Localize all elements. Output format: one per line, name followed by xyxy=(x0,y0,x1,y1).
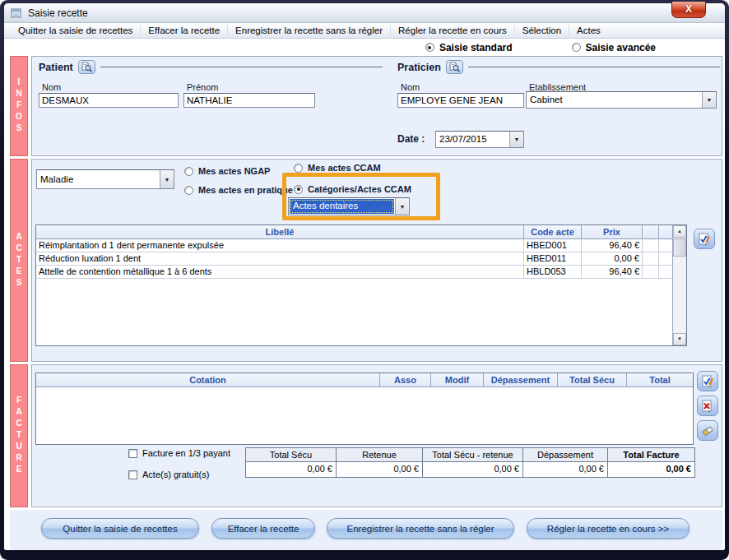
actes-table-header: Libellé Code acte Prix xyxy=(36,225,672,239)
cell-prix: 96,40 € xyxy=(582,266,643,279)
totals-value-secu-retenue: 0,00 € xyxy=(423,462,523,477)
facture-table-header: Cotation Asso Modif Dépassement Total Sé… xyxy=(36,373,693,387)
cell-code: HBLD053 xyxy=(524,266,582,279)
scroll-down-icon[interactable]: ▼ xyxy=(673,333,686,345)
divider-line xyxy=(100,67,383,67)
praticien-search-icon[interactable] xyxy=(446,60,463,74)
scrollbar-thumb[interactable] xyxy=(673,238,686,257)
cell-code: HBED001 xyxy=(524,239,582,252)
col-asso[interactable]: Asso xyxy=(380,373,431,386)
validate-facture-button[interactable] xyxy=(697,371,718,391)
mode-strip: Saisie standard Saisie avancée xyxy=(4,39,725,56)
totals-header-total-facture: Total Facture xyxy=(608,448,694,462)
menu-effacer[interactable]: Effacer la recette xyxy=(141,25,228,36)
actes-panel: Maladie ▼ Mes actes NGAP Mes actes CCAM … xyxy=(31,159,722,362)
cell-extra xyxy=(659,266,672,279)
cell-code: HBED011 xyxy=(524,252,582,266)
close-button[interactable]: X xyxy=(671,2,706,18)
eraser-button[interactable] xyxy=(697,420,718,441)
patient-section-title: Patient xyxy=(39,62,73,73)
facture-table: Cotation Asso Modif Dépassement Total Sé… xyxy=(35,373,694,445)
radio-actes-pratique[interactable]: Mes actes en pratique xyxy=(184,185,293,195)
col-total[interactable]: Total xyxy=(627,373,693,386)
scroll-up-icon[interactable]: ▲ xyxy=(673,225,686,238)
radio-saisie-avancee-label: Saisie avancée xyxy=(586,42,656,53)
cell-libelle: Réimplantation d 1 dent permanente expul… xyxy=(36,239,524,252)
quitter-button[interactable]: Quitter la saisie de recettes xyxy=(41,518,199,539)
cell-extra xyxy=(659,239,672,252)
checkbox-tiers-payant[interactable]: Facture en 1/3 payant xyxy=(128,448,230,458)
table-row[interactable]: Attelle de contention métallique 1 à 6 d… xyxy=(36,266,672,279)
cell-libelle: Réduction luxation 1 dent xyxy=(36,252,524,266)
delete-line-button[interactable] xyxy=(697,396,718,416)
chevron-down-icon[interactable]: ▼ xyxy=(160,170,174,188)
menu-enregistrer[interactable]: Enregistrer la recette sans la régler xyxy=(228,25,391,36)
etablissement-select[interactable]: Cabinet ▼ xyxy=(526,91,717,109)
cell-extra xyxy=(659,252,672,266)
infos-panel: Patient Nom Prénom Praticien xyxy=(31,56,722,156)
menu-regler[interactable]: Régler la recette en cours xyxy=(391,25,515,36)
checkbox-actes-gratuits[interactable]: Acte(s) gratuit(s) xyxy=(128,470,209,479)
checkbox-gratuits-label: Acte(s) gratuit(s) xyxy=(142,470,209,479)
chevron-down-icon[interactable]: ▼ xyxy=(509,132,523,147)
col-prix[interactable]: Prix xyxy=(582,225,643,238)
chevron-down-icon[interactable]: ▼ xyxy=(395,198,409,215)
col-libelle[interactable]: Libellé xyxy=(36,225,524,238)
categorie-value: Actes dentaires xyxy=(290,199,394,214)
cell-prix: 0,00 € xyxy=(582,252,643,266)
regime-value: Maladie xyxy=(37,170,160,188)
sidebar-tab-facture: FACTURE xyxy=(10,364,28,507)
col-code-acte[interactable]: Code acte xyxy=(524,225,582,238)
enregistrer-button[interactable]: Enregistrer la recette sans la régler xyxy=(327,518,514,539)
cell-extra xyxy=(643,239,659,252)
radio-actes-ngap[interactable]: Mes actes NGAP xyxy=(184,166,270,176)
cell-extra xyxy=(643,252,659,266)
patient-nom-label: Nom xyxy=(42,82,61,92)
col-depassement[interactable]: Dépassement xyxy=(484,373,558,386)
facture-panel: Cotation Asso Modif Dépassement Total Sé… xyxy=(31,364,722,507)
totals-value-total-facture: 0,00 € xyxy=(608,462,694,477)
radio-actes-ngap-label: Mes actes NGAP xyxy=(198,166,270,176)
praticien-nom-label: Nom xyxy=(401,82,420,92)
radio-saisie-standard-label: Saisie standard xyxy=(439,42,513,53)
patient-search-icon[interactable] xyxy=(78,60,95,74)
totals-table: Total Sécu Retenue Total Sécu - retenue … xyxy=(245,447,695,478)
categorie-select[interactable]: Actes dentaires ▼ xyxy=(288,197,410,215)
menu-quitter[interactable]: Quitter la saisie de recettes xyxy=(11,25,141,36)
menu-actes[interactable]: Actes xyxy=(569,25,608,36)
regler-button[interactable]: Régler la recette en cours >> xyxy=(527,518,690,539)
regime-select[interactable]: Maladie ▼ xyxy=(36,169,174,189)
table-row[interactable]: Réduction luxation 1 dent HBED011 0,00 € xyxy=(36,252,672,266)
divider-line xyxy=(468,67,720,67)
radio-actes-pratique-label: Mes actes en pratique xyxy=(198,185,293,195)
validate-actes-button[interactable] xyxy=(694,229,715,249)
effacer-button[interactable]: Effacer la recette xyxy=(211,518,315,539)
date-value: 23/07/2015 xyxy=(436,132,509,147)
totals-header-retenue: Retenue xyxy=(337,448,423,462)
patient-prenom-input[interactable] xyxy=(183,93,315,108)
col-total-secu[interactable]: Total Sécu xyxy=(558,373,627,386)
menu-selection[interactable]: Sélection xyxy=(515,25,569,36)
radio-categories-ccam[interactable]: Catégories/Actes CCAM xyxy=(294,184,411,194)
radio-icon xyxy=(184,186,193,195)
radio-saisie-standard[interactable]: Saisie standard xyxy=(425,42,513,53)
radio-actes-ccam[interactable]: Mes actes CCAM xyxy=(294,163,381,173)
chevron-down-icon[interactable]: ▼ xyxy=(702,92,716,108)
table-row[interactable]: Réimplantation d 1 dent permanente expul… xyxy=(36,239,672,252)
col-modif[interactable]: Modif xyxy=(431,373,484,386)
col-cotation[interactable]: Cotation xyxy=(36,373,380,386)
patient-prenom-label: Prénom xyxy=(187,82,219,92)
praticien-section-title: Praticien xyxy=(397,62,441,73)
date-select[interactable]: 23/07/2015 ▼ xyxy=(435,131,524,148)
radio-saisie-avancee[interactable]: Saisie avancée xyxy=(572,42,656,53)
scrollbar-track[interactable] xyxy=(673,257,686,333)
praticien-nom-input[interactable] xyxy=(397,93,524,108)
radio-icon xyxy=(294,185,303,194)
col-extra xyxy=(643,225,659,238)
sidebar-tab-actes: ACTES xyxy=(10,159,28,362)
radio-icon xyxy=(184,167,193,176)
patient-nom-input[interactable] xyxy=(39,93,179,108)
cell-libelle: Attelle de contention métallique 1 à 6 d… xyxy=(36,266,524,279)
vertical-scrollbar[interactable]: ▲ ▼ xyxy=(672,225,686,345)
menu-bar: Quitter la saisie de recettes Effacer la… xyxy=(4,23,725,39)
